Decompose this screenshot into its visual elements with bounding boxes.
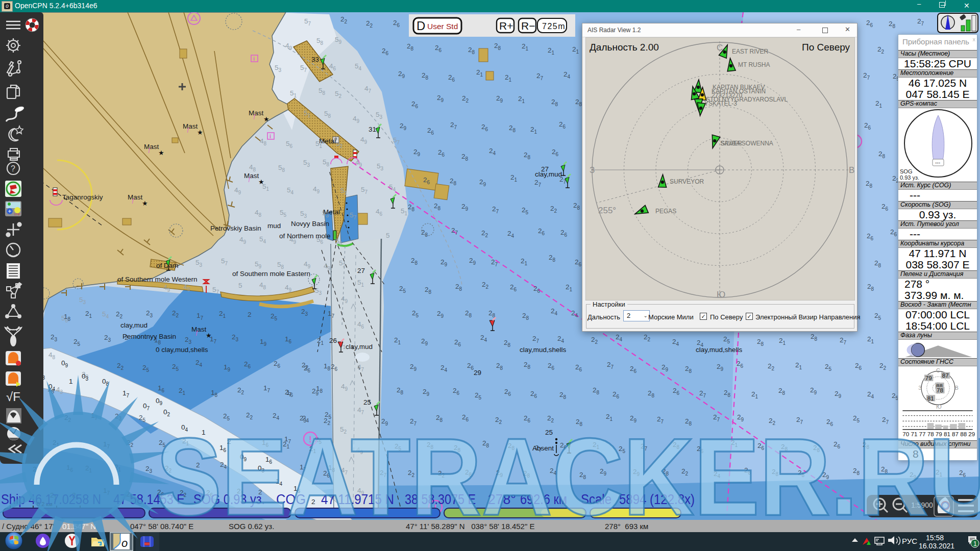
svg-text:SILVER: SILVER [721,140,742,147]
svg-text:47 58.1453 E: 47 58.1453 E [113,492,185,507]
svg-text:15:58: 15:58 [926,534,944,542]
svg-text:1: 1 [69,378,73,385]
svg-text:255°: 255° [598,206,616,215]
svg-text:З: З [918,385,921,391]
svg-text:5: 5 [386,232,390,239]
svg-text:0 clay,mud,shells: 0 clay,mud,shells [156,346,208,354]
svg-text:79: 79 [925,374,932,381]
svg-text:2: 2 [248,311,252,318]
svg-text:√F: √F [6,390,20,404]
svg-text:clay,mud: clay,mud [120,321,148,329]
svg-text:o: o [121,537,128,549]
svg-text:27: 27 [541,165,549,173]
svg-text:clay,mud: clay,mud [346,343,373,350]
svg-text:Taganrogskiy: Taganrogskiy [62,193,103,201]
svg-text:725m: 725m [542,22,566,31]
svg-text:EAST RIVER: EAST RIVER [732,48,768,55]
svg-text:1:5900: 1:5900 [911,501,933,509]
svg-text:Metal: Metal [319,137,336,145]
svg-text:of Southern mole Western: of Southern mole Western [117,276,198,283]
svg-text:29: 29 [474,369,481,377]
svg-text:Pemontnyy Basin: Pemontnyy Basin [122,333,176,340]
svg-text:ƒ: ƒ [195,330,199,336]
svg-text:clay,mud,shells: clay,mud,shells [520,346,567,354]
svg-text:★: ★ [197,129,203,136]
svg-text:Mast: Mast [244,172,259,180]
svg-text:692.6 км: 692.6 км [520,492,567,507]
svg-text:Mast: Mast [128,193,143,201]
svg-text:User Std: User Std [427,22,458,31]
svg-text:5894 (122.8x): 5894 (122.8x) [619,492,695,507]
svg-text:MT RUSHA: MT RUSHA [738,61,770,68]
svg-text:SOG: SOG [900,168,912,174]
svg-text:2: 2 [196,461,200,469]
svg-text:Metal: Metal [323,208,340,216]
svg-text:27: 27 [357,267,365,274]
svg-text:2: 2 [227,438,231,445]
svg-text:★: ★ [263,115,270,123]
svg-text:33: 33 [311,56,319,63]
svg-text:1: 1 [202,429,206,436]
svg-text:ƒ: ƒ [187,127,190,133]
svg-text:В: В [849,165,854,175]
svg-text:?: ? [11,164,15,173]
svg-text:Mast: Mast [144,143,159,151]
svg-text:26: 26 [329,337,337,344]
svg-text:1: 1 [973,540,977,547]
svg-text:25: 25 [363,398,371,406]
svg-text:ƒ: ƒ [132,198,135,204]
svg-text:Mast: Mast [249,109,264,117]
svg-text:R−: R− [521,20,535,32]
svg-text:Ю: Ю [936,404,942,410]
svg-text:5: 5 [238,282,242,289]
svg-text:ƒ: ƒ [248,177,251,182]
svg-text:25: 25 [545,429,553,436]
svg-text:YSKATEL-3: YSKATEL-3 [704,100,737,107]
svg-text:З: З [590,165,595,175]
svg-text:of Northern mole: of Northern mole [279,232,331,240]
svg-text:В: В [955,385,959,391]
svg-text:16.03.2021: 16.03.2021 [919,542,954,550]
svg-text:РУС: РУС [902,537,917,545]
svg-text:Mast: Mast [183,122,198,130]
svg-text:78: 78 [937,387,943,393]
svg-text:of Southern mole Eastern: of Southern mole Eastern [232,270,310,278]
svg-text:mud: mud [267,222,281,230]
svg-text:Petrovskiy Basin: Petrovskiy Basin [210,224,261,232]
svg-text:Mast: Mast [191,325,207,333]
svg-text:i: i [270,133,271,139]
svg-text:2: 2 [311,498,315,506]
svg-text:★: ★ [258,178,264,186]
svg-text:По Северу: По Северу [802,42,850,53]
svg-text:Novyy Basin: Novyy Basin [291,220,329,228]
svg-text:Scale: Scale [581,492,611,507]
svg-text:С: С [936,367,940,373]
svg-text:Дальность 2.00: Дальность 2.00 [590,42,659,53]
svg-text:278°: 278° [488,492,516,507]
svg-text:176°: 176° [14,213,21,216]
svg-text:★: ★ [142,199,148,207]
svg-text:SURVEYOR: SURVEYOR [670,178,704,185]
svg-text:38 58.3075 E: 38 58.3075 E [405,492,476,507]
svg-text:31: 31 [369,126,376,133]
svg-text:COG: COG [276,492,306,507]
svg-text:Absent: Absent [532,444,554,452]
svg-text:clay,mud,shells: clay,mud,shells [696,346,743,354]
svg-text:Ю: Ю [717,290,725,299]
svg-text:0.93 уз.: 0.93 уз. [900,174,919,181]
svg-text:★: ★ [158,149,164,157]
svg-text:70 71 77 78 79 81 87 88 29: 70 71 77 78 79 81 87 88 29 [902,431,975,437]
svg-text:ƒ: ƒ [148,147,151,153]
svg-text:87: 87 [942,372,949,379]
svg-text:81: 81 [927,395,934,402]
svg-text:R+: R+ [499,20,513,32]
svg-text:Ship 46 17.0258 N: Ship 46 17.0258 N [1,492,101,507]
svg-text:ƒ: ƒ [253,114,256,119]
svg-text:D: D [416,19,425,33]
svg-text:PEGAS: PEGAS [655,208,676,215]
svg-text:!: ! [309,435,312,444]
svg-text:47 11.9715 N: 47 11.9715 N [321,492,394,507]
svg-text:---: --- [935,160,940,165]
svg-text:i: i [253,56,255,62]
svg-text:SOG 0.93 уз.: SOG 0.93 уз. [193,492,265,507]
